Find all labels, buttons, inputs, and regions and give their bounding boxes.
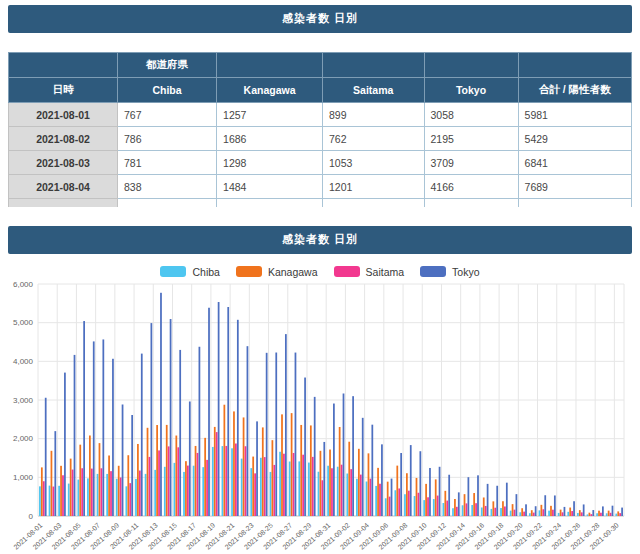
bar-group [231,320,239,516]
chart-panel: 感染者数 日別 ChibaKanagawaSaitamaTokyo 01,000… [0,226,640,554]
bar-group [97,339,105,516]
legend-swatch-icon [160,266,186,277]
value-cell: 1298 [217,151,323,175]
bar-group [202,308,210,516]
legend-swatch-icon [334,266,360,277]
bar-group [154,293,162,516]
group-header-spacer [9,53,118,78]
bar-group [250,421,258,516]
bar-group [298,378,306,516]
bar-group [567,501,575,516]
bar-group [135,354,143,516]
column-header: Kanagawa [217,78,323,103]
bar-group [356,418,364,516]
legend-item-kanagawa[interactable]: Kanagawa [236,266,318,278]
legend-swatch-icon [420,266,446,277]
y-axis-label: 0 [29,512,34,521]
y-axis-label: 6,000 [13,280,34,289]
column-header-row: 日時ChibaKanagawaSaitamaTokyo合計 / 陽性者数 [9,78,632,103]
value-cell: 6841 [518,151,631,175]
y-axis-label: 1,000 [13,473,34,482]
value-cell: 762 [322,127,424,151]
bar-group [587,510,595,516]
date-cell: 2021-08-03 [9,151,118,175]
group-header-row: 都道府県 [9,53,632,78]
bar-chart[interactable]: 01,0002,0003,0004,0005,0006,0002021-08-0… [8,280,632,554]
bar-group [577,504,585,516]
bar-group [193,347,201,516]
value-cell: 5042 [424,199,518,208]
date-cell: 2021-08-05 [9,199,118,208]
legend-item-saitama[interactable]: Saitama [334,266,405,278]
table-body: 2021-08-017671257899305859812021-08-0278… [9,103,632,208]
bar-group [385,479,393,516]
bar-group [346,396,354,516]
bar-group [222,307,230,516]
bar-group [596,506,604,516]
table-panel-title-bar: 感染者数 日別 [8,5,632,33]
bar-group [394,453,402,516]
bar-group [125,415,133,516]
value-cell: 3709 [424,151,518,175]
group-header-spacer [518,53,631,78]
legend-label: Kanagawa [268,266,318,278]
table-row: 2021-08-01767125789930585981 [9,103,632,127]
bar-group [491,486,499,516]
y-axis-label: 2,000 [13,434,34,443]
group-header-spacer [322,53,424,78]
y-axis-label: 4,000 [13,357,34,366]
column-header: Tokyo [424,78,518,103]
bar-group [404,445,412,516]
bar-group [174,350,182,516]
bar-group [606,506,614,516]
value-cell: 1257 [217,103,323,127]
bar-group [510,494,518,516]
date-cell: 2021-08-02 [9,127,118,151]
date-cell: 2021-08-01 [9,103,118,127]
value-cell: 1235 [322,199,424,208]
table-scroll-container[interactable]: 都道府県日時ChibaKanagawaSaitamaTokyo合計 / 陽性者数… [8,52,632,207]
bar-group [519,504,527,516]
bar-group [164,319,172,516]
bar-group [471,475,479,516]
table-head: 都道府県日時ChibaKanagawaSaitamaTokyo合計 / 陽性者数 [9,53,632,103]
bar-group [414,451,422,516]
bar-group [106,359,114,516]
bar-group [68,355,76,516]
bar-group [337,394,345,517]
y-axis-label: 5,000 [13,318,34,327]
value-cell: 838 [118,175,217,199]
legend-item-chiba[interactable]: Chiba [160,266,219,278]
table-row: 2021-08-059411845123550429063 [9,199,632,208]
bar-group [49,431,57,516]
bar-group [529,506,537,516]
bar-group [212,302,220,516]
bar-group [423,468,431,516]
bar-group [58,373,66,516]
group-header-cell: 都道府県 [118,53,217,78]
date-cell: 2021-08-04 [9,175,118,199]
column-header: Chiba [118,78,217,103]
value-cell: 5981 [518,103,631,127]
bar-group [87,341,95,516]
column-header: Saitama [322,78,424,103]
value-cell: 1845 [217,199,323,208]
value-cell: 767 [118,103,217,127]
value-cell: 3058 [424,103,518,127]
bar-group [318,442,326,516]
bar-group [116,404,124,516]
legend-item-tokyo[interactable]: Tokyo [420,266,479,278]
column-header: 合計 / 陽性者数 [518,78,631,103]
value-cell: 1484 [217,175,323,199]
bar-group [481,484,489,516]
bar-group [615,508,623,516]
group-header-spacer [217,53,323,78]
value-cell: 7689 [518,175,631,199]
legend-label: Chiba [192,266,219,278]
bar-group [77,321,85,516]
value-cell: 1686 [217,127,323,151]
bar-group [270,353,278,516]
bar-group [260,353,268,516]
column-header: 日時 [9,78,118,103]
table-panel: 感染者数 日別 都道府県日時ChibaKanagawaSaitamaTokyo合… [0,5,640,207]
